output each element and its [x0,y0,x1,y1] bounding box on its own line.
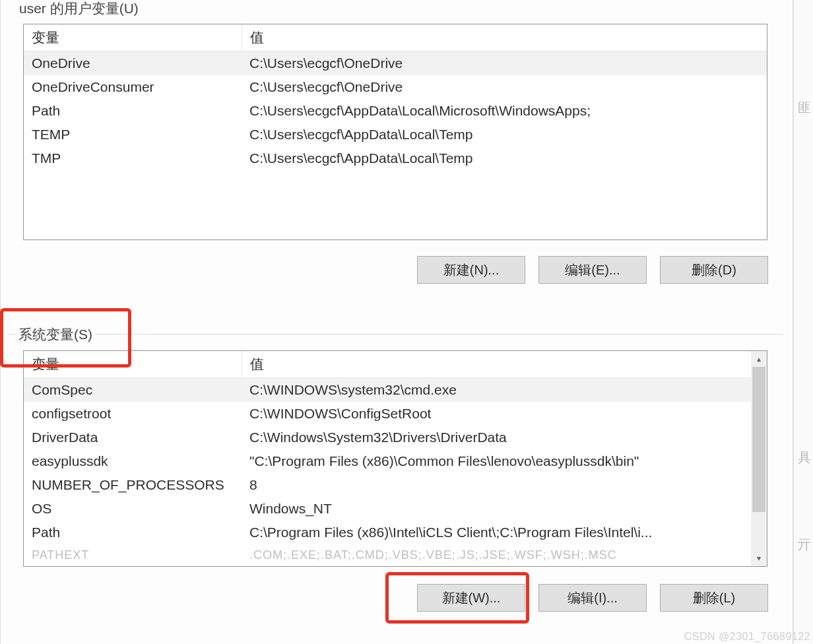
scroll-down-icon[interactable]: ▾ [751,550,767,566]
table-row[interactable]: ComSpecC:\WINDOWS\system32\cmd.exe [24,378,751,402]
cell-value: C:\Users\ecgcf\AppData\Local\Temp [242,123,767,146]
col-value[interactable]: 值 [242,351,751,378]
cell-value: C:\Users\ecgcf\AppData\Local\Microsoft\W… [242,99,767,123]
cell-variable: TMP [24,146,242,170]
system-vars-buttons: 新建(W)... 编辑(I)... 删除(L) [417,584,768,612]
table-row[interactable]: PathC:\Program Files (x86)\Intel\iCLS Cl… [24,521,751,544]
cell-variable: OneDrive [24,51,242,76]
table-row[interactable]: configsetrootC:\WINDOWS\ConfigSetRoot [24,402,751,426]
table-row[interactable]: TEMPC:\Users\ecgcf\AppData\Local\Temp [24,123,767,146]
scroll-up-icon[interactable]: ▴ [751,351,767,367]
cell-value: C:\Users\ecgcf\OneDrive [242,75,767,99]
cell-variable: Path [24,521,242,544]
cell-variable: Path [24,99,242,123]
adjacent-window-sliver: 匪 具 亓 [793,0,813,644]
table-row[interactable]: DriverDataC:\Windows\System32\Drivers\Dr… [24,426,751,449]
user-new-button[interactable]: 新建(N)... [417,256,525,284]
cell-value: "C:\Program Files (x86)\Common Files\len… [242,449,751,473]
cell-variable: configsetroot [24,402,242,426]
cell-variable: easyplussdk [24,449,242,473]
cell-value: Windows_NT [242,497,751,521]
table-header-row: 变量 值 [24,24,767,51]
user-vars-group-label: user 的用户变量(U) [19,0,139,18]
system-edit-button[interactable]: 编辑(I)... [538,584,647,612]
table-row[interactable]: TMPC:\Users\ecgcf\AppData\Local\Temp [24,146,767,170]
user-delete-button[interactable]: 删除(D) [660,256,768,284]
cell-variable: DriverData [24,426,242,449]
table-row[interactable]: NUMBER_OF_PROCESSORS8 [24,473,751,497]
system-delete-button[interactable]: 删除(L) [660,584,768,612]
table-row[interactable]: OSWindows_NT [24,497,751,521]
cell-value: 8 [242,473,751,497]
table-row[interactable]: easyplussdk"C:\Program Files (x86)\Commo… [24,449,751,473]
scrollbar-thumb[interactable] [752,367,765,512]
env-vars-dialog: user 的用户变量(U) 变量 值 OneDriveC:\Users\ecgc… [0,0,793,644]
cell-value: C:\WINDOWS\ConfigSetRoot [242,402,751,426]
col-variable[interactable]: 变量 [24,24,242,51]
table-row[interactable]: PathC:\Users\ecgcf\AppData\Local\Microso… [24,99,767,123]
table-row[interactable]: OneDriveConsumerC:\Users\ecgcf\OneDrive [24,75,767,99]
table-row-cutoff[interactable]: PATHEXT.COM;.EXE;.BAT;.CMD;.VBS;.VBE;.JS… [24,544,751,566]
system-vars-group-label: 系统变量(S) [16,325,95,344]
cell-value: C:\Program Files (x86)\Intel\iCLS Client… [242,521,751,544]
cell-value: C:\Users\ecgcf\AppData\Local\Temp [242,146,767,170]
user-vars-buttons: 新建(N)... 编辑(E)... 删除(D) [417,256,768,284]
system-new-button[interactable]: 新建(W)... [417,584,525,612]
col-value[interactable]: 值 [242,24,767,51]
scrollbar-track[interactable] [751,367,767,550]
cell-value: C:\WINDOWS\system32\cmd.exe [242,378,751,402]
watermark: CSDN @2301_76689122 [684,631,810,643]
cell-value: C:\Users\ecgcf\OneDrive [242,51,767,76]
table-header-row: 变量 值 [24,351,751,378]
user-edit-button[interactable]: 编辑(E)... [538,256,647,284]
cell-variable: NUMBER_OF_PROCESSORS [24,473,242,497]
cell-variable: ComSpec [24,378,242,402]
system-vars-table[interactable]: 变量 值 ComSpecC:\WINDOWS\system32\cmd.exec… [23,350,767,567]
cell-value: C:\Windows\System32\Drivers\DriverData [242,426,751,449]
table-row[interactable]: OneDriveC:\Users\ecgcf\OneDrive [24,51,767,76]
cell-variable: OneDriveConsumer [24,75,242,99]
col-variable[interactable]: 变量 [24,351,242,378]
cell-variable: TEMP [24,123,242,146]
cell-variable: OS [24,497,242,521]
user-vars-table[interactable]: 变量 值 OneDriveC:\Users\ecgcf\OneDriveOneD… [23,24,767,240]
